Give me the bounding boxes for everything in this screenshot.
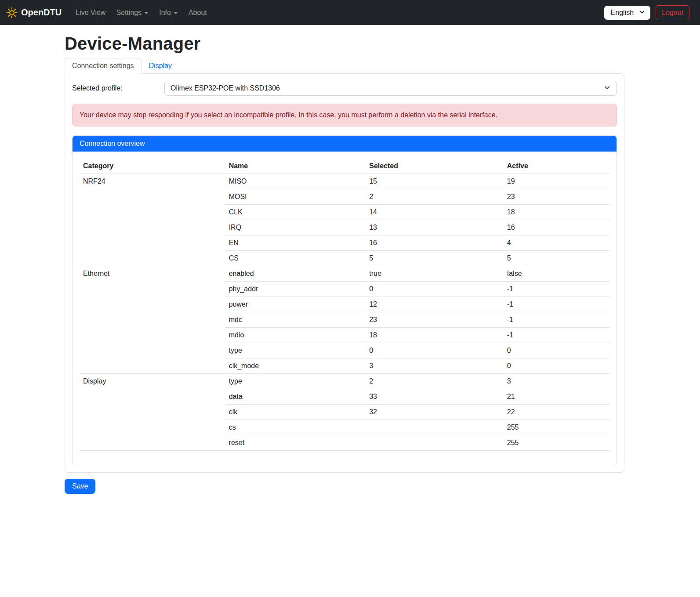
active-cell: 21 (504, 389, 609, 405)
selected-profile-label: Selected profile: (72, 84, 164, 92)
save-button[interactable]: Save (65, 479, 95, 494)
active-cell: -1 (504, 328, 609, 343)
active-cell: -1 (504, 312, 609, 328)
selected-cell: 32 (366, 405, 504, 420)
selected-cell: 5 (366, 251, 504, 266)
name-cell: CS (225, 251, 366, 266)
caret-down-icon (174, 12, 178, 14)
active-cell: 16 (504, 220, 609, 235)
selected-cell: 3 (366, 358, 504, 374)
active-cell: -1 (504, 297, 609, 312)
active-cell: 0 (504, 358, 609, 374)
chevron-down-icon (639, 9, 645, 17)
column-header-category: Category (80, 159, 225, 174)
name-cell: CLK (225, 205, 366, 220)
column-header-active: Active (504, 159, 609, 174)
connection-overview-card: Connection overview Category Name Select… (72, 135, 617, 465)
selected-cell: 12 (366, 297, 504, 312)
selected-cell: 0 (366, 343, 504, 358)
name-cell: cs (225, 420, 366, 435)
name-cell: IRQ (225, 220, 366, 235)
selected-cell: 33 (366, 389, 504, 405)
connection-overview-table-body: NRF24MISO1519MOSI223CLK1418IRQ1316EN164C… (80, 174, 609, 451)
navbar-right: English Logout (604, 5, 694, 20)
name-cell: type (225, 374, 366, 389)
brand[interactable]: OpenDTU (6, 7, 62, 18)
selected-cell: 15 (366, 174, 504, 189)
name-cell: mdio (225, 328, 366, 343)
profile-row: Selected profile: Olimex ESP32-POE with … (72, 81, 617, 96)
page-title: Device-Manager (65, 34, 624, 54)
active-cell: 3 (504, 374, 609, 389)
main-content: Device-Manager Connection settings Displ… (65, 34, 624, 494)
profile-select-value: Olimex ESP32-POE with SSD1306 (170, 84, 280, 92)
name-cell: reset (225, 435, 366, 451)
table-row: Displaytype23 (80, 374, 609, 389)
active-cell: 19 (504, 174, 609, 189)
name-cell: power (225, 297, 366, 312)
active-cell: 5 (504, 251, 609, 266)
name-cell: EN (225, 235, 366, 251)
brand-label: OpenDTU (21, 7, 62, 18)
chevron-down-icon (604, 84, 610, 93)
tab-bar: Connection settings Display (65, 58, 624, 73)
category-cell: NRF24 (80, 174, 225, 266)
profile-select[interactable]: Olimex ESP32-POE with SSD1306 (164, 81, 617, 96)
selected-cell: 13 (366, 220, 504, 235)
selected-cell: 14 (366, 205, 504, 220)
sun-icon (6, 7, 18, 18)
connection-overview-table: Category Name Selected Active NRF24MISO1… (80, 159, 609, 451)
active-cell: false (504, 266, 609, 282)
connection-overview-header: Connection overview (73, 136, 617, 152)
selected-cell: true (366, 266, 504, 282)
name-cell: MISO (225, 174, 366, 189)
active-cell: 23 (504, 189, 609, 205)
active-cell: 255 (504, 420, 609, 435)
table-row: NRF24MISO1519 (80, 174, 609, 189)
name-cell: mdc (225, 312, 366, 328)
caret-down-icon (144, 12, 149, 14)
warning-alert: Your device may stop responding if you s… (72, 104, 617, 127)
column-header-selected: Selected (366, 159, 504, 174)
nav-links: Live View Settings Info About (70, 5, 212, 20)
category-cell: Ethernet (80, 266, 225, 374)
active-cell: 4 (504, 235, 609, 251)
tab-display[interactable]: Display (141, 58, 179, 74)
table-header-row: Category Name Selected Active (80, 159, 609, 174)
name-cell: data (225, 389, 366, 405)
selected-cell (366, 420, 504, 435)
selected-cell: 16 (366, 235, 504, 251)
name-cell: clk (225, 405, 366, 420)
selected-cell: 18 (366, 328, 504, 343)
name-cell: enabled (225, 266, 366, 282)
name-cell: type (225, 343, 366, 358)
name-cell: clk_mode (225, 358, 366, 374)
selected-cell: 0 (366, 282, 504, 297)
language-select-value: English (611, 9, 634, 16)
active-cell: -1 (504, 282, 609, 297)
active-cell: 0 (504, 343, 609, 358)
nav-settings-label: Settings (116, 9, 141, 16)
name-cell: phy_addr (225, 282, 366, 297)
connection-settings-panel: Selected profile: Olimex ESP32-POE with … (65, 73, 624, 473)
column-header-name: Name (225, 159, 366, 174)
category-cell: Display (80, 374, 225, 451)
tab-connection-settings[interactable]: Connection settings (65, 58, 141, 74)
language-select[interactable]: English (604, 6, 650, 20)
name-cell: MOSI (225, 189, 366, 205)
nav-settings[interactable]: Settings (111, 5, 154, 20)
selected-cell: 2 (366, 374, 504, 389)
active-cell: 22 (504, 405, 609, 420)
active-cell: 255 (504, 435, 609, 451)
logout-button[interactable]: Logout (656, 5, 689, 20)
selected-cell (366, 435, 504, 451)
nav-info-label: Info (159, 9, 171, 16)
nav-about[interactable]: About (183, 5, 212, 20)
nav-info[interactable]: Info (154, 5, 183, 20)
selected-cell: 23 (366, 312, 504, 328)
connection-overview-body: Category Name Selected Active NRF24MISO1… (73, 152, 617, 465)
nav-live-view[interactable]: Live View (70, 5, 111, 20)
active-cell: 18 (504, 205, 609, 220)
selected-cell: 2 (366, 189, 504, 205)
navbar: OpenDTU Live View Settings Info About En… (0, 0, 700, 25)
